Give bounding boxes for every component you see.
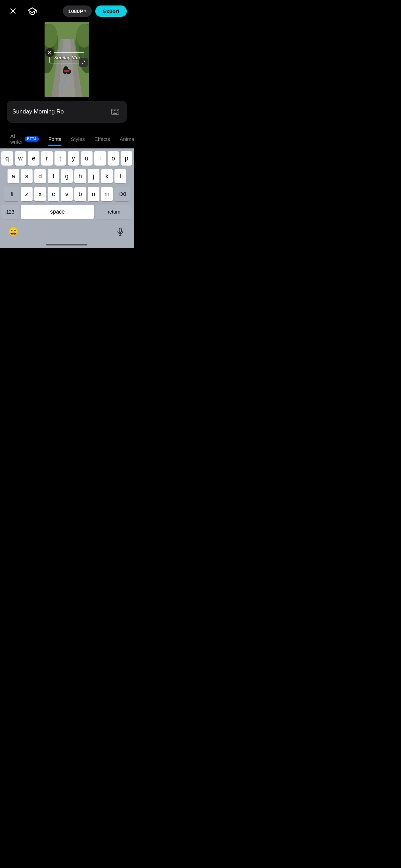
key-m[interactable]: m <box>101 187 113 201</box>
keyboard-toggle-button[interactable] <box>109 106 121 118</box>
tab-ai-writer-label: AI writer <box>10 133 23 145</box>
key-e[interactable]: e <box>28 151 39 166</box>
key-nums[interactable]: 123 <box>1 205 19 219</box>
tabs-bar: AI writer BETA Fonts Styles Effects Anim… <box>0 127 134 148</box>
text-overlay-container: Sunday Morning Ro <box>49 52 84 63</box>
chevron-down-icon: ▾ <box>84 9 86 13</box>
text-input-bar[interactable]: Sunday Morning Ro <box>7 101 127 123</box>
video-frame: Sunday Morning Ro <box>45 22 89 97</box>
key-l[interactable]: l <box>114 169 126 183</box>
learn-button[interactable] <box>26 5 38 17</box>
emoji-button[interactable]: 😀 <box>7 225 20 238</box>
key-h[interactable]: h <box>74 169 86 183</box>
tab-styles-label: Styles <box>71 136 85 142</box>
text-input-value: Sunday Morning Ro <box>12 108 109 115</box>
key-i[interactable]: i <box>94 151 106 166</box>
key-shift[interactable]: ⇧ <box>4 187 19 201</box>
home-indicator <box>0 244 134 248</box>
key-backspace[interactable]: ⌫ <box>114 187 130 201</box>
resolution-label: 1080P <box>68 8 83 14</box>
resolution-button[interactable]: 1080P ▾ <box>63 5 92 17</box>
key-p[interactable]: p <box>121 151 132 166</box>
key-v[interactable]: v <box>61 187 73 201</box>
video-preview: Sunday Morning Ro <box>0 22 134 97</box>
key-t[interactable]: t <box>54 151 66 166</box>
key-n[interactable]: n <box>88 187 99 201</box>
text-overlay-value: Sunday Morning Ro <box>54 55 80 61</box>
key-a[interactable]: a <box>8 169 19 183</box>
key-z[interactable]: z <box>21 187 33 201</box>
keyboard-row-1: q w e r t y u i o p <box>1 151 132 166</box>
key-c[interactable]: c <box>48 187 59 201</box>
key-f[interactable]: f <box>48 169 59 183</box>
keyboard-row-2: a s d f g h j k l <box>1 169 132 183</box>
key-return[interactable]: return <box>96 205 132 219</box>
tab-animations[interactable]: Animations <box>115 133 134 145</box>
key-x[interactable]: x <box>34 187 46 201</box>
tab-fonts-label: Fonts <box>48 136 61 142</box>
tab-styles[interactable]: Styles <box>66 133 90 145</box>
key-k[interactable]: k <box>101 169 113 183</box>
key-q[interactable]: q <box>1 151 13 166</box>
key-j[interactable]: j <box>88 169 99 183</box>
text-delete-button[interactable] <box>45 48 54 57</box>
beta-badge: BETA <box>25 136 39 142</box>
key-r[interactable]: r <box>41 151 53 166</box>
tab-fonts[interactable]: Fonts <box>44 133 66 145</box>
export-button[interactable]: Export <box>95 5 127 17</box>
text-input-section: Sunday Morning Ro <box>0 97 134 125</box>
key-s[interactable]: s <box>21 169 33 183</box>
key-b[interactable]: b <box>74 187 86 201</box>
tab-animations-label: Animations <box>120 136 134 142</box>
svg-rect-29 <box>119 228 122 232</box>
keyboard-row-3: ⇧ z x c v b n m ⌫ <box>1 187 132 201</box>
close-button[interactable] <box>7 5 19 17</box>
tab-effects[interactable]: Effects <box>90 133 115 145</box>
key-d[interactable]: d <box>34 169 46 183</box>
key-g[interactable]: g <box>61 169 73 183</box>
tab-effects-label: Effects <box>95 136 110 142</box>
top-bar-left <box>7 5 38 17</box>
key-w[interactable]: w <box>15 151 26 166</box>
top-bar-right: 1080P ▾ Export <box>63 5 127 17</box>
top-bar: 1080P ▾ Export <box>0 0 134 22</box>
key-space[interactable]: space <box>21 205 94 219</box>
bottom-bar: 😀 <box>0 224 134 244</box>
key-y[interactable]: y <box>68 151 80 166</box>
key-u[interactable]: u <box>81 151 93 166</box>
mic-button[interactable] <box>114 225 127 238</box>
keyboard: q w e r t y u i o p a s d f g h j k l ⇧ … <box>0 148 134 224</box>
text-box[interactable]: Sunday Morning Ro <box>49 52 84 63</box>
key-o[interactable]: o <box>108 151 119 166</box>
keyboard-row-4: 123 space return <box>1 205 132 219</box>
svg-point-16 <box>64 70 70 72</box>
text-resize-button[interactable] <box>79 58 88 67</box>
tab-ai-writer[interactable]: AI writer BETA <box>5 130 44 148</box>
home-bar <box>46 244 87 245</box>
